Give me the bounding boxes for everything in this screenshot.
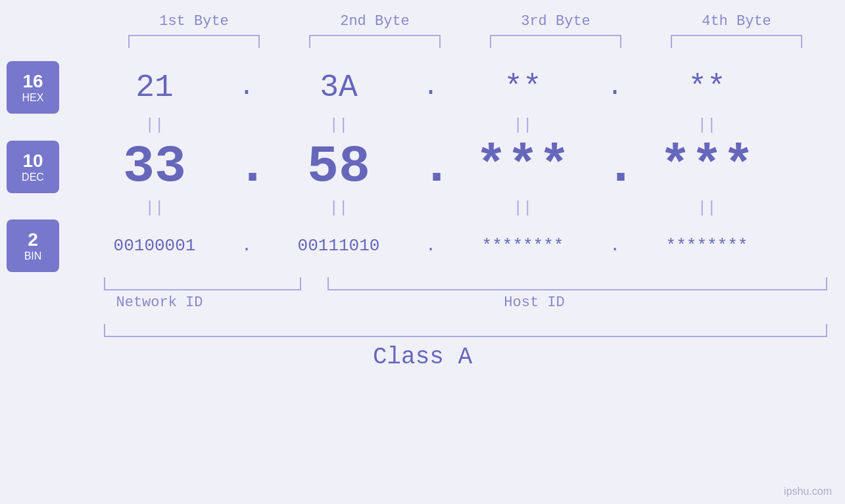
bin-byte-2: 00111010 xyxy=(256,236,421,256)
equals-row-1: || || || || xyxy=(0,116,845,134)
dec-dot-1: . xyxy=(237,141,256,193)
bottom-id-brackets xyxy=(104,277,827,290)
bracket-4 xyxy=(671,35,802,48)
dec-base-name: DEC xyxy=(22,172,44,183)
bin-dot-1: . xyxy=(237,236,256,256)
byte-headers-row: 1st Byte 2nd Byte 3rd Byte 4th Byte xyxy=(104,13,827,30)
bin-base-name: BIN xyxy=(24,250,42,262)
hex-byte-2: 3A xyxy=(256,70,421,105)
byte-header-3: 3rd Byte xyxy=(483,13,628,30)
hex-badge: 16 HEX xyxy=(7,61,59,114)
bin-byte-1: 00100001 xyxy=(72,236,237,256)
bin-row: 2 BIN 00100001 . 00111010 . ******** . *… xyxy=(0,219,845,272)
dec-byte-2: 58 xyxy=(256,137,421,196)
bin-dot-3: . xyxy=(605,236,625,256)
dec-byte-3: *** xyxy=(441,137,605,196)
bin-byte-4: ******** xyxy=(625,236,789,256)
dec-byte-1: 33 xyxy=(72,137,237,196)
eq-3: || xyxy=(441,116,605,134)
bin-byte-3: ******** xyxy=(441,236,605,256)
hex-dot-2: . xyxy=(421,74,441,101)
dec-byte-4: *** xyxy=(625,137,789,196)
eq-7: || xyxy=(441,199,605,217)
dec-dot-2: . xyxy=(421,141,441,193)
bin-values: 00100001 . 00111010 . ******** . *******… xyxy=(72,236,845,256)
watermark: ipshu.com xyxy=(784,486,832,497)
byte-header-2: 2nd Byte xyxy=(302,13,447,30)
eq-8: || xyxy=(625,199,789,217)
hex-byte-3: ** xyxy=(441,70,605,105)
eq-4: || xyxy=(625,116,789,134)
id-labels: Network ID Host ID xyxy=(61,294,785,311)
dec-badge: 10 DEC xyxy=(7,141,59,193)
bin-base-num: 2 xyxy=(28,229,38,250)
dec-values: 33 . 58 . *** . *** xyxy=(72,137,845,196)
class-label: Class A xyxy=(0,344,845,371)
host-id-label: Host ID xyxy=(285,294,785,311)
dec-row: 10 DEC 33 . 58 . *** . *** xyxy=(0,137,845,196)
hex-values: 21 . 3A . ** . ** xyxy=(72,70,845,105)
bin-badge: 2 BIN xyxy=(7,219,59,272)
main-container: 1st Byte 2nd Byte 3rd Byte 4th Byte 16 H… xyxy=(0,0,845,504)
eq-2: || xyxy=(256,116,421,134)
byte-header-4: 4th Byte xyxy=(664,13,809,30)
bracket-2 xyxy=(309,35,441,48)
hex-byte-1: 21 xyxy=(72,70,237,105)
eq-5: || xyxy=(72,199,237,217)
dec-dot-3: . xyxy=(605,141,625,193)
network-id-label: Network ID xyxy=(61,294,258,311)
class-bracket xyxy=(104,324,827,337)
dec-base-num: 10 xyxy=(22,150,43,172)
byte-header-1: 1st Byte xyxy=(122,13,266,30)
hex-dot-3: . xyxy=(605,74,625,101)
eq-1: || xyxy=(72,116,237,134)
hex-base-name: HEX xyxy=(22,92,44,104)
hex-base-num: 16 xyxy=(22,71,43,92)
bracket-1 xyxy=(128,35,260,48)
equals-row-2: || || || || xyxy=(0,199,845,217)
host-bracket xyxy=(327,277,827,290)
hex-byte-4: ** xyxy=(625,70,789,105)
network-bracket xyxy=(104,277,301,290)
hex-row: 16 HEX 21 . 3A . ** . ** xyxy=(0,61,845,114)
hex-dot-1: . xyxy=(237,74,256,101)
bin-dot-2: . xyxy=(421,236,441,256)
top-brackets xyxy=(104,35,827,48)
eq-6: || xyxy=(256,199,421,217)
bracket-3 xyxy=(490,35,621,48)
